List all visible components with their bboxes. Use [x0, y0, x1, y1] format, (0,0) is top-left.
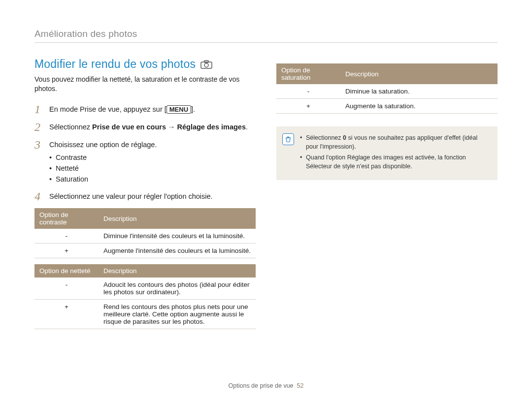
page-footer: Options de prise de vue 52	[0, 382, 532, 389]
bullet-item: Netteté	[49, 163, 157, 174]
step-1: 1 En mode Prise de vue, appuyez sur [MEN…	[34, 103, 256, 115]
camera-icon	[200, 60, 212, 69]
option-sign: -	[34, 278, 99, 300]
step-4: 4 Sélectionnez une valeur pour régler l'…	[34, 190, 256, 202]
note-1-bold: 0	[343, 134, 346, 141]
table-row: + Augmente l'intensité des couleurs et l…	[34, 244, 256, 258]
note-box: Sélectionnez 0 si vous ne souhaitez pas …	[276, 126, 498, 180]
saturation-table: Option de saturation Description - Dimin…	[276, 63, 498, 114]
step-3-text: Choisissez une option de réglage.	[49, 141, 157, 149]
step-1-post: ].	[191, 105, 195, 113]
page-header: Amélioration des photos	[34, 29, 498, 43]
note-list: Sélectionnez 0 si vous ne souhaitez pas …	[300, 133, 490, 173]
svg-point-2	[204, 63, 208, 67]
table-header-desc: Description	[99, 264, 256, 278]
svg-rect-1	[204, 61, 208, 62]
table-header-desc: Description	[340, 63, 498, 84]
contrast-table: Option de contraste Description - Diminu…	[34, 208, 256, 258]
table-row: + Rend les contours des photos plus nets…	[34, 300, 256, 329]
step-body: Sélectionnez Prise de vue en cours → Rég…	[49, 121, 248, 133]
step-3: 3 Choisissez une option de réglage. Cont…	[34, 139, 256, 185]
note-icon	[282, 133, 294, 145]
step-1-pre: En mode Prise de vue, appuyez sur [	[49, 105, 166, 113]
section-title: Modifier le rendu de vos photos	[34, 58, 196, 71]
step-body: En mode Prise de vue, appuyez sur [MENU]…	[49, 103, 195, 115]
table-row: - Adoucit les contours des photos (idéal…	[34, 278, 256, 300]
option-sign: +	[34, 244, 99, 258]
step-number: 3	[34, 139, 43, 185]
table-row: - Diminue l'intensité des couleurs et la…	[34, 229, 256, 244]
table-header-option: Option de contraste	[34, 208, 99, 229]
table-header-option: Option de saturation	[276, 63, 340, 84]
option-desc: Rend les contours des photos plus nets p…	[99, 300, 256, 329]
step-body: Choisissez une option de réglage. Contra…	[49, 139, 157, 185]
step-2-pre: Sélectionnez	[49, 123, 92, 131]
step-2: 2 Sélectionnez Prise de vue en cours → R…	[34, 121, 256, 133]
table-header-desc: Description	[99, 208, 256, 229]
step-number: 1	[34, 103, 43, 115]
step-body: Sélectionnez une valeur pour régler l'op…	[49, 190, 213, 202]
menu-key-label: MENU	[166, 105, 191, 114]
option-desc: Diminue la saturation.	[340, 84, 498, 99]
footer-text: Options de prise de vue	[229, 382, 294, 389]
left-column: Modifier le rendu de vos photos Vous pou…	[34, 58, 256, 329]
option-sign: -	[34, 229, 99, 244]
option-desc: Augmente l'intensité des couleurs et la …	[99, 244, 256, 258]
option-desc: Adoucit les contours des photos (idéal p…	[99, 278, 256, 300]
manual-page: Amélioration des photos Modifier le rend…	[0, 0, 532, 401]
section-title-row: Modifier le rendu de vos photos	[34, 58, 256, 71]
step-3-bullets: Contraste Netteté Saturation	[49, 153, 157, 185]
content-columns: Modifier le rendu de vos photos Vous pou…	[34, 58, 498, 329]
step-2-post: .	[246, 123, 248, 131]
option-sign: +	[276, 99, 340, 114]
steps-list: 1 En mode Prise de vue, appuyez sur [MEN…	[34, 103, 256, 203]
table-row: + Augmente la saturation.	[276, 99, 498, 114]
option-sign: -	[276, 84, 340, 99]
page-number: 52	[297, 382, 304, 389]
intro-text: Vous pouvez modifier la netteté, la satu…	[34, 75, 256, 93]
step-2-bold: Prise de vue en cours → Réglage des imag…	[92, 123, 246, 131]
option-desc: Diminue l'intensité des couleurs et la l…	[99, 229, 256, 244]
bullet-item: Contraste	[49, 153, 157, 163]
right-column: Option de saturation Description - Dimin…	[276, 58, 498, 329]
bullet-item: Saturation	[49, 174, 157, 185]
note-item: Sélectionnez 0 si vous ne souhaitez pas …	[300, 133, 490, 151]
option-sign: +	[34, 300, 99, 329]
step-4-text: Sélectionnez une valeur pour régler l'op…	[49, 192, 213, 200]
svg-rect-3	[287, 137, 289, 138]
option-desc: Augmente la saturation.	[340, 99, 498, 114]
table-header-option: Option de netteté	[34, 264, 99, 278]
table-row: - Diminue la saturation.	[276, 84, 498, 99]
note-item: Quand l'option Réglage des images est ac…	[300, 153, 490, 171]
step-number: 2	[34, 121, 43, 133]
sharpness-table: Option de netteté Description - Adoucit …	[34, 264, 256, 329]
note-1-pre: Sélectionnez	[306, 134, 343, 141]
step-number: 4	[34, 190, 43, 202]
